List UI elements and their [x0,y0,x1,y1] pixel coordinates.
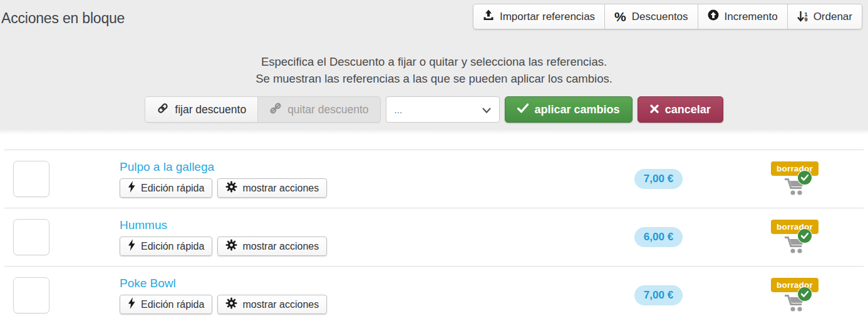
gear-icon [225,297,237,312]
close-icon [650,103,659,116]
sort-numeric-icon: 19 [797,11,808,22]
product-name-link[interactable]: Poke Bowl [120,277,176,290]
unlink-icon [269,102,282,118]
show-actions-button[interactable]: mostrar acciones [217,178,327,198]
table-row: Poke Bowl Edición rápida mostrar accione… [4,266,864,324]
increment-label: Incremento [725,11,778,23]
sort-label: Ordenar [814,11,852,23]
reference-list: Pulpo a la gallega Edición rápida mostra… [4,150,864,324]
lightning-icon [128,297,136,312]
show-actions-label: mostrar acciones [242,183,319,194]
quick-edit-label: Edición rápida [141,183,204,194]
gear-icon [225,181,237,195]
row-checkbox[interactable] [13,277,49,313]
percent-icon: % [614,10,626,23]
quick-edit-button[interactable]: Edición rápida [120,178,212,198]
checkbox-cell [4,277,111,313]
lightning-icon [128,181,136,195]
lightning-icon [128,239,136,253]
gear-icon [225,239,237,253]
status-badge: borrador [771,278,819,292]
show-actions-button[interactable]: mostrar acciones [217,237,327,256]
instruction-line-1: Especifica el Descuento a fijar o quitar… [0,53,868,70]
price-cell: 7,00 € [591,169,726,189]
bulk-action-controls: fijar descuento quitar descuento ... apl… [0,96,868,123]
link-icon [157,102,169,118]
discount-mode-group: fijar descuento quitar descuento [145,96,380,123]
check-circle-icon [798,229,812,243]
check-icon [517,103,529,116]
table-row: Hummus Edición rápida mostrar acciones 6… [4,208,864,266]
cart-icon [783,188,806,199]
checkbox-cell [4,161,111,197]
product-cell: Pulpo a la gallega Edición rápida mostra… [111,160,591,198]
price-cell: 6,00 € [591,227,726,247]
table-row: Pulpo a la gallega Edición rápida mostra… [4,150,864,208]
status-cell: borrador [726,220,864,255]
sort-button[interactable]: 19 Ordenar [788,4,862,29]
price-cell: 7,00 € [591,285,726,305]
price-badge: 7,00 € [634,169,683,189]
page-title: Acciones en bloque [1,10,125,27]
status-badge: borrador [771,220,819,234]
checkbox-cell [4,219,111,255]
price-badge: 7,00 € [634,285,683,305]
product-name-link[interactable]: Hummus [120,218,167,232]
cart-icon [783,247,806,257]
arrow-circle-up-icon [708,9,719,24]
upload-icon [483,9,494,24]
toolbar: Importar referencias % Descuentos Increm… [473,4,862,29]
product-cell: Hummus Edición rápida mostrar acciones [111,218,591,256]
cart-icon [783,305,806,315]
quick-edit-button[interactable]: Edición rápida [120,295,212,314]
import-references-button[interactable]: Importar referencias [473,4,605,29]
panel-bottom-fade [0,128,868,135]
apply-changes-button[interactable]: aplicar cambios [505,96,633,123]
status-cell: borrador [726,278,864,313]
chevron-down-icon [482,104,491,115]
cancel-label: cancelar [665,103,711,116]
price-badge: 6,00 € [634,227,683,247]
status-cell: borrador [726,161,864,197]
product-name-link[interactable]: Pulpo a la gallega [120,160,214,174]
import-references-label: Importar referencias [500,11,595,23]
status-badge: borrador [771,161,819,176]
check-circle-icon [798,287,812,301]
quick-edit-label: Edición rápida [141,241,204,252]
instruction-line-2: Se muestran las referencias a las que se… [0,70,868,87]
quick-edit-label: Edición rápida [141,299,204,310]
row-checkbox[interactable] [13,219,49,255]
cart-toggle[interactable] [783,235,806,255]
check-circle-icon [798,171,812,185]
discount-select[interactable]: ... [386,96,500,123]
cart-toggle[interactable] [783,293,806,313]
increment-button[interactable]: Incremento [698,4,788,29]
show-actions-label: mostrar acciones [242,299,319,310]
discounts-label: Descuentos [632,11,688,23]
remove-discount-button[interactable]: quitar descuento [258,97,380,122]
set-discount-button[interactable]: fijar descuento [145,97,258,122]
product-cell: Poke Bowl Edición rápida mostrar accione… [111,277,591,314]
discount-select-value: ... [395,104,403,115]
discounts-button[interactable]: % Descuentos [605,4,698,29]
cart-toggle[interactable] [783,177,806,197]
bulk-actions-panel: Acciones en bloque Importar referencias … [0,0,868,128]
show-actions-button[interactable]: mostrar acciones [217,295,327,314]
row-checkbox[interactable] [13,161,49,197]
apply-changes-label: aplicar cambios [535,103,620,116]
remove-discount-label: quitar descuento [287,103,368,116]
set-discount-label: fijar descuento [175,103,246,116]
show-actions-label: mostrar acciones [242,241,319,252]
cancel-button[interactable]: cancelar [638,96,723,123]
quick-edit-button[interactable]: Edición rápida [120,237,212,256]
